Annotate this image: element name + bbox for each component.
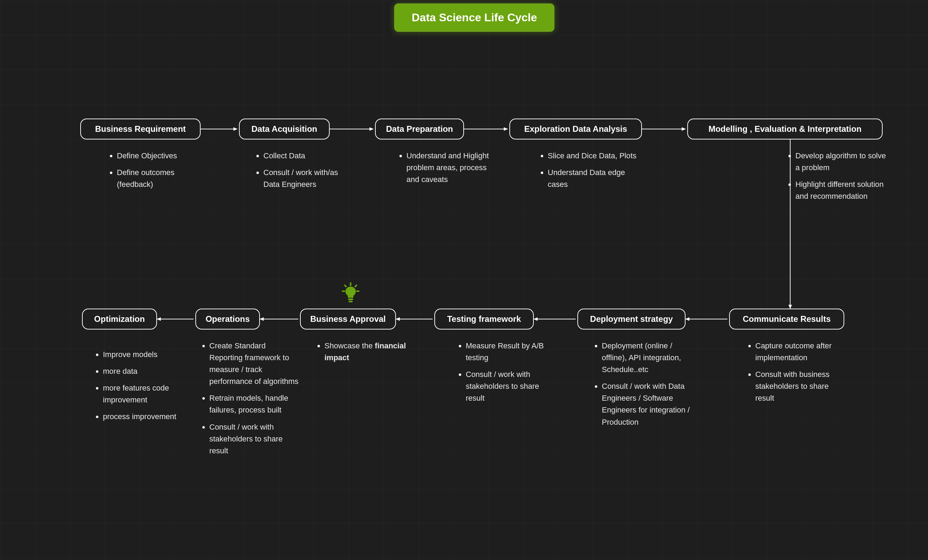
bullets-modelling: Develop algorithm to solve a problem Hig…	[774, 150, 886, 207]
bullet-item: Consult / work with stakeholders to shar…	[209, 421, 300, 457]
bullets-eda: Slice and Dice Data, Plots Understand Da…	[527, 150, 638, 195]
node-modelling[interactable]: Modelling , Evaluation & Interpretation	[687, 119, 883, 140]
bullet-item: Slice and Dice Data, Plots	[548, 150, 638, 162]
bullet-item: Deployment (online / offline), API integ…	[602, 340, 693, 376]
arrows-layer	[0, 0, 928, 560]
bullet-item: Measure Result by A/B testing	[466, 340, 556, 364]
node-communicate-results[interactable]: Communicate Results	[729, 309, 844, 330]
bullet-item: Capture outcome after implementation	[755, 340, 846, 364]
bullets-deployment-strategy: Deployment (online / offline), API integ…	[581, 340, 693, 433]
bullet-item: process improvement	[103, 411, 194, 423]
bullet-item: Showcase the financial impact	[324, 340, 415, 364]
svg-line-11	[344, 285, 346, 287]
bullet-item: Highlight different solution and recomme…	[795, 178, 886, 202]
bullet-item: Understand and Higlight problem areas, p…	[406, 150, 497, 186]
bullet-item: Collect Data	[263, 150, 354, 162]
diagram-title: Data Science Life Cycle	[394, 3, 554, 32]
bullet-item: more data	[103, 365, 194, 377]
bullet-item: Develop algorithm to solve a problem	[795, 150, 886, 173]
bullets-testing-framework: Measure Result by A/B testing Consult / …	[445, 340, 556, 409]
bullets-data-preparation: Understand and Higlight problem areas, p…	[386, 150, 497, 190]
node-operations[interactable]: Operations	[195, 309, 260, 330]
bullet-item: Understand Data edge cases	[548, 167, 638, 190]
node-testing-framework[interactable]: Testing framework	[434, 309, 534, 330]
bullet-item: Consult / work with/as Data Engineers	[263, 167, 354, 190]
svg-rect-15	[348, 298, 353, 300]
node-eda[interactable]: Exploration Data Analysis	[509, 119, 642, 140]
node-optimization[interactable]: Optimization	[82, 309, 157, 330]
svg-line-12	[355, 285, 357, 287]
node-deployment-strategy[interactable]: Deployment strategy	[577, 309, 685, 330]
bullets-data-acquisition: Collect Data Consult / work with/as Data…	[243, 150, 354, 195]
svg-rect-16	[348, 301, 353, 302]
diagram-canvas: Data Science Life Cycle Business Require…	[0, 0, 928, 560]
bullet-item: more features code improvement	[103, 382, 194, 406]
bullet-item: Improve models	[103, 349, 194, 361]
node-business-approval[interactable]: Business Approval	[300, 309, 396, 330]
bullets-operations: Create Standard Reporting framework to m…	[188, 340, 300, 462]
node-data-acquisition[interactable]: Data Acquisition	[239, 119, 330, 140]
bullet-item: Consult / work with Data Engineers / Sof…	[602, 380, 693, 428]
lightbulb-icon	[342, 282, 359, 305]
bullets-business-requirement: Define Objectives Define outcomes (feedb…	[96, 150, 208, 195]
bullet-item: Consult with business stakeholders to sh…	[755, 368, 846, 404]
node-data-preparation[interactable]: Data Preparation	[375, 119, 464, 140]
bullet-item: Define Objectives	[117, 150, 208, 162]
bullet-item: Consult / work with stakeholders to shar…	[466, 368, 556, 404]
bullets-optimization: Improve models more data more features c…	[82, 349, 194, 428]
bullets-business-approval: Showcase the financial impact	[304, 340, 415, 368]
bullet-item: Create Standard Reporting framework to m…	[209, 340, 300, 387]
bullets-communicate-results: Capture outcome after implementation Con…	[734, 340, 846, 409]
node-business-requirement[interactable]: Business Requirement	[80, 119, 201, 140]
bullet-item: Retrain models, handle failures, process…	[209, 392, 300, 416]
bullet-item: Define outcomes (feedback)	[117, 167, 208, 190]
